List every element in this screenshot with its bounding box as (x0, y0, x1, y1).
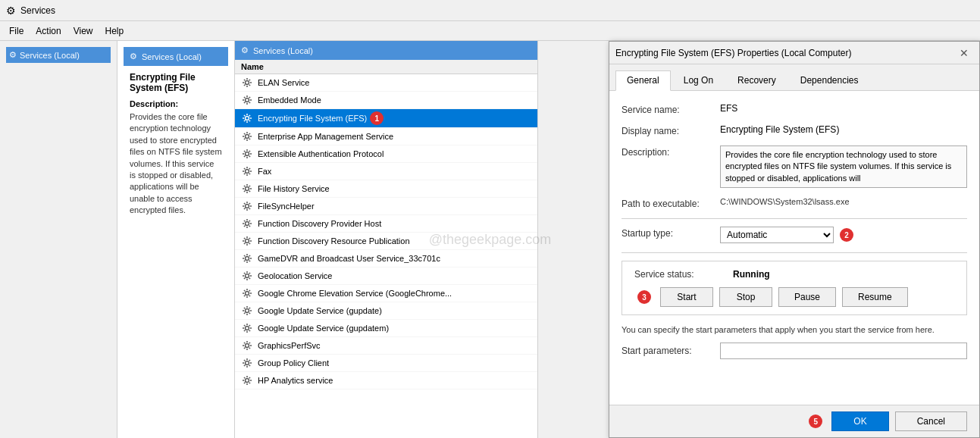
service-name: Function Discovery Provider Host (258, 219, 381, 228)
tab-recovery[interactable]: Recovery (726, 70, 787, 90)
resume-button[interactable]: Resume (842, 287, 908, 307)
gear-icon (241, 130, 253, 142)
main-container: ⚙ Services (Local) ⚙ Services (Local) En… (0, 41, 980, 438)
left-panel: ⚙ Services (Local) (0, 41, 117, 438)
list-item[interactable]: Fax (235, 163, 537, 180)
list-item[interactable]: GameDVR and Broadcast User Service_33c70… (235, 250, 537, 267)
gear-icon (241, 183, 253, 195)
service-name-row: Service name: EFS (622, 103, 967, 115)
service-name: HP Analytics service (258, 376, 333, 385)
gear-icon (241, 339, 253, 352)
gear-icon (241, 112, 253, 124)
service-name: Enterprise App Management Service (258, 132, 393, 141)
service-name-label: Service name: (622, 103, 720, 115)
list-item[interactable]: Embedded Mode (235, 92, 537, 109)
selected-row-container: Encrypting File System (EFS) 1 (235, 109, 537, 128)
left-panel-header: ⚙ Services (Local) (6, 47, 111, 63)
menu-file[interactable]: File (3, 23, 30, 39)
list-item[interactable]: Geolocation Service (235, 267, 537, 285)
tab-general[interactable]: General (615, 70, 671, 91)
list-item[interactable]: FileSyncHelper (235, 198, 537, 215)
service-name: GraphicsPerfSvc (258, 341, 321, 350)
list-item[interactable]: Google Update Service (gupdate) (235, 302, 537, 320)
list-item[interactable]: Function Discovery Resource Publication (235, 233, 537, 250)
list-item[interactable]: Group Policy Client (235, 355, 537, 372)
menu-action[interactable]: Action (30, 23, 67, 39)
ok-button[interactable]: OK (831, 411, 888, 431)
startup-type-select[interactable]: Automatic Manual Disabled (720, 227, 834, 243)
list-item[interactable]: Google Chrome Elevation Service (GoogleC… (235, 285, 537, 302)
divider-1 (622, 218, 967, 219)
panel-header-icon: ⚙ (130, 52, 137, 61)
gear-icon (241, 235, 253, 247)
cancel-button[interactable]: Cancel (895, 411, 967, 431)
path-row: Path to executable: C:\WINDOWS\System32\… (622, 197, 967, 209)
services-list-icon: ⚙ (241, 45, 249, 55)
start-params-label: Start parameters: (622, 346, 720, 356)
list-item-selected[interactable]: Encrypting File System (EFS) 1 (235, 109, 537, 128)
selected-service-desc: Provides the core file encryption techno… (130, 111, 222, 217)
startup-type-control: Automatic Manual Disabled 2 (720, 227, 853, 243)
pause-button[interactable]: Pause (778, 287, 836, 307)
menu-help[interactable]: Help (99, 23, 130, 39)
svg-point-14 (246, 327, 249, 330)
display-name-label: Display name: (622, 124, 720, 136)
svg-point-11 (246, 274, 249, 278)
dialog-close-button[interactable]: ✕ (955, 44, 973, 62)
left-panel-label: Services (Local) (20, 51, 80, 60)
svg-point-12 (246, 292, 249, 296)
service-name: FileSyncHelper (258, 202, 315, 211)
dialog-footer: 5 OK Cancel (609, 405, 979, 437)
svg-point-8 (246, 222, 249, 226)
description-value: Provides the core file encryption techno… (720, 145, 967, 188)
list-item[interactable]: GraphicsPerfSvc (235, 337, 537, 355)
gear-icon (241, 357, 253, 369)
list-item[interactable]: Enterprise App Management Service (235, 128, 537, 145)
services-list-title: Services (Local) (253, 46, 313, 55)
description-row: Description: Provides the core file encr… (622, 145, 967, 188)
stop-button[interactable]: Stop (719, 287, 772, 307)
gear-icon (241, 77, 253, 89)
path-value: C:\WINDOWS\System32\lsass.exe (720, 197, 967, 206)
gear-icon (241, 165, 253, 177)
list-item[interactable]: File History Service (235, 180, 537, 198)
svg-point-15 (246, 344, 249, 348)
list-item[interactable]: HP Analytics service (235, 372, 537, 390)
gear-icon (241, 270, 253, 282)
services-panel-header-desc: ⚙ Services (Local) (124, 47, 228, 66)
list-item[interactable]: Function Discovery Provider Host (235, 215, 537, 233)
svg-point-7 (246, 205, 249, 208)
list-item[interactable]: ELAN Service (235, 74, 537, 92)
status-value: Running (733, 269, 770, 280)
service-name: File History Service (258, 184, 330, 193)
start-params-input[interactable] (720, 343, 967, 359)
list-item[interactable]: Extensible Authentication Protocol (235, 145, 537, 163)
menu-bar: File Action View Help (0, 21, 980, 41)
start-params-row: Start parameters: (622, 343, 967, 359)
tab-logon[interactable]: Log On (672, 70, 725, 90)
name-column: Name (241, 62, 264, 71)
badge-2: 2 (840, 228, 853, 242)
services-list-area[interactable]: ELAN Service Embedded Mode Encrypting (235, 74, 537, 438)
gear-icon (241, 252, 253, 264)
service-name: Embedded Mode (258, 95, 321, 105)
path-label: Path to executable: (622, 197, 720, 209)
tab-dependencies[interactable]: Dependencies (789, 70, 870, 90)
svg-point-2 (246, 117, 249, 120)
dialog-content: Service name: EFS Display name: Encrypti… (609, 91, 979, 405)
dialog-title-bar: Encrypting File System (EFS) Properties … (609, 42, 979, 64)
list-item[interactable]: Google Update Service (gupdatem) (235, 320, 537, 337)
service-name: ELAN Service (258, 78, 309, 87)
gear-icon (241, 94, 253, 106)
window-title: Services (20, 5, 55, 16)
dialog-tabs: General Log On Recovery Dependencies (609, 64, 979, 91)
menu-view[interactable]: View (67, 23, 99, 39)
panel-header-label: Services (Local) (142, 52, 202, 61)
start-button[interactable]: Start (660, 287, 713, 307)
gear-icon (241, 217, 253, 230)
svg-point-16 (246, 361, 249, 365)
display-name-value: Encrypting File System (EFS) (720, 124, 967, 135)
service-status-section: Service status: Running 3 Start Stop Pau… (622, 261, 967, 315)
svg-point-0 (246, 81, 249, 85)
status-row: Service status: Running (634, 269, 954, 280)
